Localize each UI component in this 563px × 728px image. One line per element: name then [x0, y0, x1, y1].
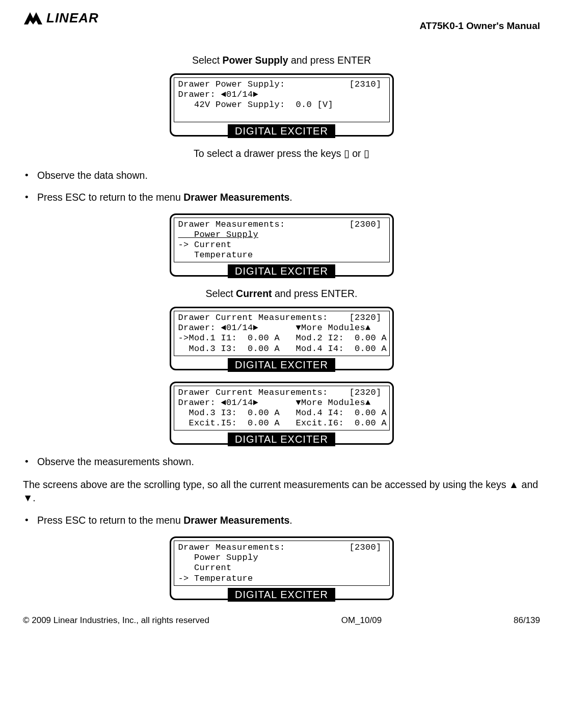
- bullet-observe-data: Observe the data shown.: [23, 170, 540, 181]
- scrolling-info-paragraph: The screens above are the scrolling type…: [23, 478, 540, 505]
- lcd-content: Drawer Power Supply: [2310] Drawer: ◄01/…: [174, 77, 390, 122]
- lcd-label: DIGITAL EXCITER: [228, 588, 335, 602]
- bullet-press-esc-2: Press ESC to return to the menu Drawer M…: [23, 515, 540, 526]
- brand-name: LINEAR: [46, 10, 99, 26]
- lcd-content: Drawer Measurements: [2300] Power Supply…: [174, 541, 390, 585]
- lcd-label: DIGITAL EXCITER: [228, 124, 335, 138]
- lcd-screen-drawer-measurements-1: Drawer Measurements: [2300] Power Supply…: [170, 213, 394, 277]
- document-title: AT75K0-1 Owner's Manual: [420, 20, 540, 32]
- bullet-press-esc-1: Press ESC to return to the menu Drawer M…: [23, 192, 540, 203]
- lcd-label: DIGITAL EXCITER: [228, 264, 335, 278]
- page-header: LINEAR AT75K0-1 Owner's Manual: [23, 10, 540, 32]
- doc-revision: OM_10/09: [341, 615, 382, 626]
- bullet-observe-measurements: Observe the measurements shown.: [23, 456, 540, 468]
- bullet-list-2: Observe the measurements shown.: [23, 456, 540, 468]
- lcd-content: Drawer Current Measurements: [2320] Draw…: [174, 386, 390, 430]
- copyright: © 2009 Linear Industries, Inc., all righ…: [23, 615, 209, 626]
- svg-marker-0: [24, 12, 42, 24]
- lcd-screen-drawer-measurements-2: Drawer Measurements: [2300] Power Supply…: [170, 536, 394, 600]
- bullet-list-3: Press ESC to return to the menu Drawer M…: [23, 515, 540, 526]
- brand-logo: LINEAR: [23, 10, 99, 26]
- lcd-screen-power-supply: Drawer Power Supply: [2310] Drawer: ◄01/…: [170, 73, 394, 137]
- lcd-label: DIGITAL EXCITER: [228, 358, 335, 372]
- lcd-label: DIGITAL EXCITER: [228, 433, 335, 446]
- page-footer: © 2009 Linear Industries, Inc., all righ…: [23, 615, 540, 626]
- instruction-select-power-supply: Select Power Supply and press ENTER: [23, 55, 540, 66]
- linear-logo-icon: [23, 11, 43, 25]
- lcd-content: Drawer Current Measurements: [2320] Draw…: [174, 311, 390, 356]
- instruction-select-drawer: To select a drawer press the keys ▯ or ▯: [23, 148, 540, 159]
- lcd-screen-current-2: Drawer Current Measurements: [2320] Draw…: [170, 382, 394, 445]
- instruction-select-current: Select Current and press ENTER.: [23, 288, 540, 300]
- lcd-screen-current-1: Drawer Current Measurements: [2320] Draw…: [170, 307, 394, 370]
- lcd-content: Drawer Measurements: [2300] Power Supply…: [174, 218, 390, 262]
- bullet-list-1: Observe the data shown. Press ESC to ret…: [23, 170, 540, 203]
- page-number: 86/139: [514, 615, 540, 626]
